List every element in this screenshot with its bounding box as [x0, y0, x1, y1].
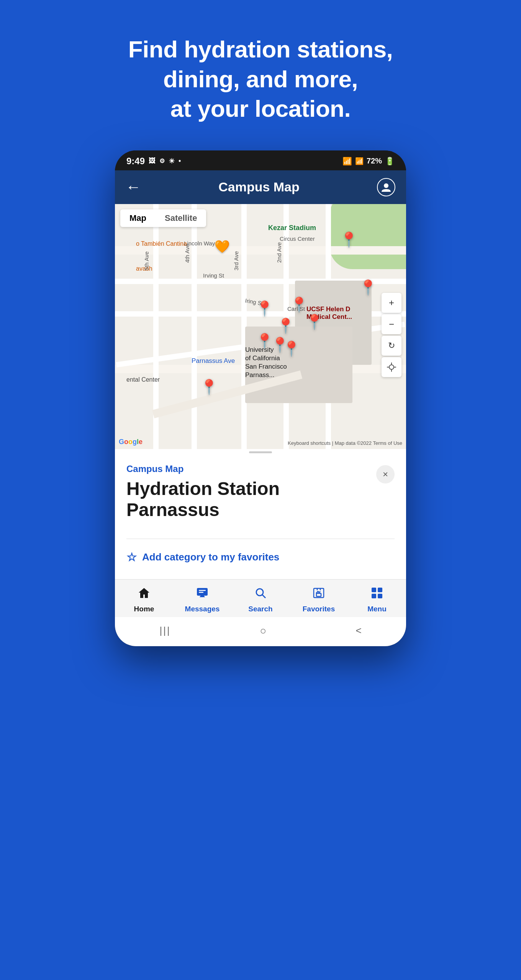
2nd-ave-label: 2nd Ave	[276, 242, 282, 263]
menu-icon	[370, 586, 383, 603]
marker-8: 📍	[200, 379, 218, 395]
signal-icon: 📶	[355, 157, 364, 165]
nav-home-label: Home	[134, 605, 154, 613]
nav-search-label: Search	[248, 605, 272, 613]
terms-of-use: Terms of Use	[373, 440, 402, 446]
android-recent-button[interactable]: |||	[159, 625, 170, 637]
battery-text: 72%	[367, 157, 382, 165]
svg-point-0	[384, 183, 388, 188]
map-toggle-satellite[interactable]: Satellite	[156, 209, 206, 227]
marker-gray-2: 📍	[359, 279, 377, 296]
cantina-label: o También Cantina	[136, 240, 187, 247]
5th-ave-label: 5th Ave	[143, 251, 150, 270]
zoom-in-button[interactable]: +	[382, 293, 401, 313]
marker-gray-1: 📍	[340, 231, 358, 248]
svg-rect-8	[199, 592, 203, 593]
zoom-out-button[interactable]: −	[382, 314, 401, 334]
hero-section: Find hydration stations,dining, and more…	[0, 0, 521, 150]
handle-bar	[249, 451, 272, 453]
svg-rect-15	[372, 594, 376, 598]
svg-rect-7	[199, 590, 206, 591]
sheet-title: Hydration StationParnassus	[126, 478, 376, 520]
status-time: 9:49	[126, 156, 145, 167]
android-nav: ||| ○ <	[115, 617, 406, 646]
svg-rect-13	[372, 588, 376, 592]
keyboard-shortcuts: Keyboard shortcuts	[288, 440, 331, 446]
parnassus-label: Parnassus Ave	[192, 357, 235, 365]
hero-text: Find hydration stations,dining, and more…	[0, 0, 521, 150]
search-icon	[254, 586, 267, 603]
map-toggle-map[interactable]: Map	[120, 209, 156, 227]
marker-6: 📍	[282, 340, 300, 357]
status-bar: 9:49 🖼 ⚙ ☀ • 📶 📶 72% 🔋	[115, 150, 406, 170]
marker-4: 📍	[305, 314, 323, 330]
dental-label: ental Center	[126, 376, 160, 383]
battery-icon: 🔋	[385, 157, 395, 166]
wifi-icon: 📶	[342, 157, 352, 166]
app-header: ← Campus Map	[115, 170, 406, 204]
messages-icon	[196, 586, 209, 603]
marker-7: 📍	[256, 333, 274, 350]
bottom-sheet: Campus Map Hydration StationParnassus × …	[115, 456, 406, 579]
svg-rect-14	[378, 588, 382, 592]
dot-icon: •	[179, 157, 181, 165]
sheet-handle[interactable]	[115, 449, 406, 456]
road-lincoln	[115, 246, 406, 255]
svg-rect-12	[316, 593, 321, 596]
kezar-label: Kezar Stadium	[268, 224, 316, 232]
google-logo: Google	[119, 438, 143, 446]
nav-favorites[interactable]: Favorites	[298, 586, 340, 613]
map-view-toggle[interactable]: Map Satellite	[120, 209, 206, 227]
divider	[126, 539, 395, 539]
marker-1: 📍	[256, 300, 274, 317]
user-avatar[interactable]	[377, 178, 395, 196]
brightness-icon: ☀	[169, 157, 175, 165]
favorites-label: Add category to my favorites	[142, 551, 279, 563]
4th-ave-label: 4th Ave	[184, 243, 190, 263]
3rd-ave-label: 3rd Ave	[233, 251, 239, 270]
map-data: Map data ©2022	[335, 440, 372, 446]
close-button[interactable]: ×	[376, 465, 395, 483]
bottom-nav: Home Messages Search	[115, 579, 406, 617]
alert-icon: ⚙	[159, 157, 165, 165]
star-icon: ☆	[126, 550, 137, 564]
nav-messages-label: Messages	[185, 605, 220, 613]
nav-favorites-label: Favorites	[303, 605, 335, 613]
circus-label: Circus Center	[280, 235, 315, 242]
phone-wrapper: 9:49 🖼 ⚙ ☀ • 📶 📶 72% 🔋 ← Campus Map	[115, 150, 406, 646]
map-controls: + − ↻	[382, 293, 401, 377]
gallery-icon: 🖼	[149, 157, 156, 165]
back-button[interactable]: ←	[126, 178, 141, 196]
add-favorites-button[interactable]: ☆ Add category to my favorites	[126, 547, 395, 568]
home-icon	[138, 586, 151, 603]
nav-messages[interactable]: Messages	[181, 586, 223, 613]
cantina-marker: 🧡	[215, 239, 230, 254]
marker-3: 📍	[290, 296, 308, 313]
header-title: Campus Map	[218, 180, 300, 194]
sheet-text: Campus Map Hydration StationParnassus	[126, 464, 376, 531]
sheet-category: Campus Map	[126, 464, 376, 474]
svg-rect-16	[378, 594, 382, 598]
nav-menu-label: Menu	[367, 605, 387, 613]
nav-menu[interactable]: Menu	[356, 586, 398, 613]
rotate-button[interactable]: ↻	[382, 336, 401, 356]
svg-point-9	[256, 589, 263, 596]
android-home-button[interactable]: ○	[260, 625, 267, 637]
nav-search[interactable]: Search	[239, 586, 282, 613]
nav-home[interactable]: Home	[123, 586, 165, 613]
map-footer: Keyboard shortcuts | Map data ©2022 Term…	[288, 440, 402, 446]
android-back-button[interactable]: <	[356, 625, 361, 637]
favorites-icon	[312, 586, 325, 603]
status-left: 9:49 🖼 ⚙ ☀ •	[126, 156, 181, 167]
status-right: 📶 📶 72% 🔋	[342, 157, 395, 166]
svg-point-1	[389, 365, 394, 369]
locate-button[interactable]	[382, 357, 401, 377]
marker-2: 📍	[277, 317, 295, 334]
sheet-header-row: Campus Map Hydration StationParnassus ×	[126, 464, 395, 531]
svg-line-10	[262, 595, 265, 598]
irving-st-label: Irving St	[203, 272, 224, 279]
map-container[interactable]: Map Satellite Lincoln Way Irving St Keza…	[115, 204, 406, 449]
